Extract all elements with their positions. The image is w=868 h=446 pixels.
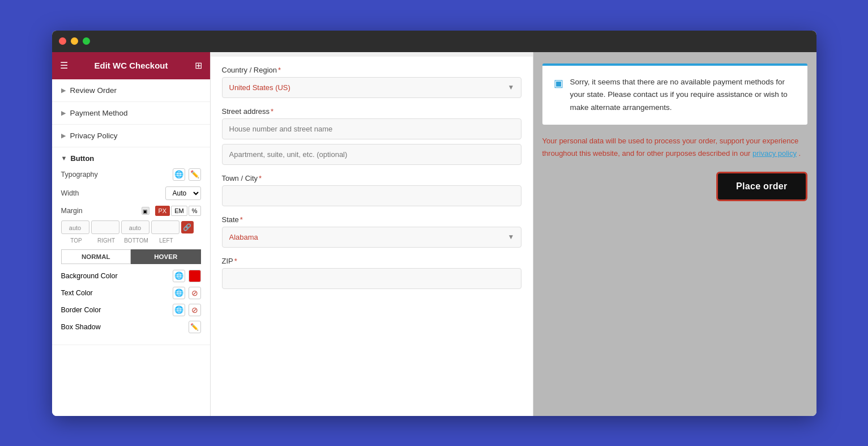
street-input[interactable] bbox=[222, 118, 521, 139]
hover-button[interactable]: HOVER bbox=[131, 249, 201, 264]
sidebar-item-payment-method[interactable]: ▶ Payment Method bbox=[52, 102, 210, 125]
close-dot[interactable] bbox=[59, 37, 66, 45]
margin-left-box[interactable] bbox=[151, 220, 179, 234]
zip-group: ZIP* bbox=[222, 257, 521, 289]
margin-link-icon[interactable]: 🔗 bbox=[181, 221, 194, 233]
arrow-icon: ▶ bbox=[61, 109, 66, 117]
width-select[interactable]: Auto bbox=[165, 186, 201, 200]
globe-icon[interactable]: 🌐 bbox=[173, 168, 185, 181]
country-select-wrapper: United States (US) ▼ bbox=[222, 77, 521, 98]
pen-icon[interactable]: ✏️ bbox=[189, 168, 201, 181]
border-color-row: Border Color 🌐 ⊘ bbox=[61, 304, 201, 316]
margin-right-box[interactable] bbox=[91, 220, 119, 234]
state-toggle: NORMAL HOVER bbox=[61, 249, 201, 264]
globe-icon[interactable]: 🌐 bbox=[173, 287, 185, 299]
street-label: Street address* bbox=[222, 107, 521, 116]
top-bar bbox=[211, 52, 533, 57]
typography-row: Typography 🌐 ✏️ bbox=[61, 168, 201, 181]
bg-color-label: Background Color bbox=[61, 272, 118, 280]
sidebar-item-label: Review Order bbox=[70, 86, 117, 95]
city-input[interactable] bbox=[222, 185, 521, 206]
right-panel: ▣ Sorry, it seems that there are no avai… bbox=[533, 52, 816, 416]
sidebar-title: Edit WC Checkout bbox=[95, 61, 168, 70]
typography-label: Typography bbox=[61, 171, 173, 179]
left-label: LEFT bbox=[152, 237, 181, 244]
text-color-slash-icon[interactable]: ⊘ bbox=[189, 287, 201, 299]
top-label: TOP bbox=[62, 237, 91, 244]
globe-icon[interactable]: 🌐 bbox=[173, 304, 185, 316]
state-group: State* Alabama ▼ bbox=[222, 215, 521, 248]
right-label: RIGHT bbox=[92, 237, 121, 244]
margin-top-box[interactable]: auto bbox=[61, 220, 89, 234]
minimize-dot[interactable] bbox=[71, 37, 78, 45]
bg-color-swatch[interactable] bbox=[189, 270, 201, 282]
box-shadow-pen-icon[interactable]: ✏️ bbox=[189, 321, 201, 333]
sidebar-item-privacy-policy[interactable]: ▶ Privacy Policy bbox=[52, 125, 210, 147]
state-select[interactable]: Alabama bbox=[222, 227, 521, 248]
sidebar-controls: ▼ Button Typography 🌐 ✏️ Width bbox=[52, 147, 210, 345]
arrow-icon: ▶ bbox=[61, 132, 66, 139]
street-group: Street address* bbox=[222, 107, 521, 165]
info-icon: ▣ bbox=[554, 77, 563, 90]
city-group: Town / City* bbox=[222, 174, 521, 206]
margin-bottom-box[interactable]: auto bbox=[121, 220, 149, 234]
privacy-policy-link[interactable]: privacy policy bbox=[752, 149, 797, 158]
px-button[interactable]: PX bbox=[155, 206, 170, 216]
state-select-wrapper: Alabama ▼ bbox=[222, 227, 521, 248]
chevron-down-icon: ▼ bbox=[61, 155, 67, 162]
state-label: State* bbox=[222, 215, 521, 224]
sidebar-item-label: Payment Method bbox=[70, 109, 128, 117]
border-color-label: Border Color bbox=[61, 306, 101, 314]
sidebar-item-review-order[interactable]: ▶ Review Order bbox=[52, 79, 210, 102]
country-label: Country / Region* bbox=[222, 66, 521, 74]
normal-button[interactable]: NORMAL bbox=[61, 249, 131, 264]
apartment-input[interactable] bbox=[222, 144, 521, 165]
text-color-label: Text Color bbox=[61, 289, 93, 297]
box-shadow-row: Box Shadow ✏️ bbox=[61, 321, 201, 333]
sidebar-header: ☰ Edit WC Checkout ⊞ bbox=[52, 52, 210, 79]
zip-input[interactable] bbox=[222, 268, 521, 289]
margin-position-labels: TOP RIGHT BOTTOM LEFT bbox=[61, 237, 201, 244]
center-content: Country / Region* United States (US) ▼ S… bbox=[211, 52, 533, 416]
payment-notice: ▣ Sorry, it seems that there are no avai… bbox=[542, 63, 807, 125]
section-label: Button bbox=[70, 154, 94, 163]
arrow-icon: ▶ bbox=[61, 87, 66, 94]
titlebar bbox=[52, 31, 816, 52]
percent-button[interactable]: % bbox=[189, 206, 201, 216]
background-color-row: Background Color 🌐 bbox=[61, 270, 201, 282]
box-shadow-label: Box Shadow bbox=[61, 323, 101, 331]
country-select[interactable]: United States (US) bbox=[222, 77, 521, 98]
em-button[interactable]: EM bbox=[171, 206, 187, 216]
border-color-slash-icon[interactable]: ⊘ bbox=[189, 304, 201, 316]
text-color-row: Text Color 🌐 ⊘ bbox=[61, 287, 201, 299]
width-label: Width bbox=[61, 189, 165, 197]
sidebar-item-label: Privacy Policy bbox=[70, 131, 118, 140]
payment-notice-text: Sorry, it seems that there are no availa… bbox=[570, 76, 796, 115]
margin-label: Margin bbox=[61, 207, 139, 215]
privacy-text: Your personal data will be used to proce… bbox=[542, 135, 807, 160]
maximize-dot[interactable] bbox=[83, 37, 90, 45]
city-label: Town / City* bbox=[222, 174, 521, 182]
country-group: Country / Region* United States (US) ▼ bbox=[222, 66, 521, 98]
sidebar-nav: ▶ Review Order ▶ Payment Method ▶ Privac… bbox=[52, 79, 210, 416]
zip-label: ZIP* bbox=[222, 257, 521, 265]
grid-icon[interactable]: ⊞ bbox=[195, 60, 202, 71]
hamburger-icon[interactable]: ☰ bbox=[60, 60, 68, 71]
width-row: Width Auto bbox=[61, 186, 201, 200]
place-order-button[interactable]: Place order bbox=[716, 172, 807, 201]
margin-row: Margin ▣ PX EM % bbox=[61, 206, 201, 216]
section-button-title[interactable]: ▼ Button bbox=[61, 154, 201, 163]
globe-icon[interactable]: 🌐 bbox=[173, 270, 185, 282]
margin-boxes: auto auto 🔗 bbox=[61, 220, 201, 234]
bottom-label: BOTTOM bbox=[122, 237, 151, 244]
sidebar: ☰ Edit WC Checkout ⊞ ▶ Review Order ▶ Pa… bbox=[52, 52, 211, 416]
margin-icon: ▣ bbox=[142, 207, 149, 215]
